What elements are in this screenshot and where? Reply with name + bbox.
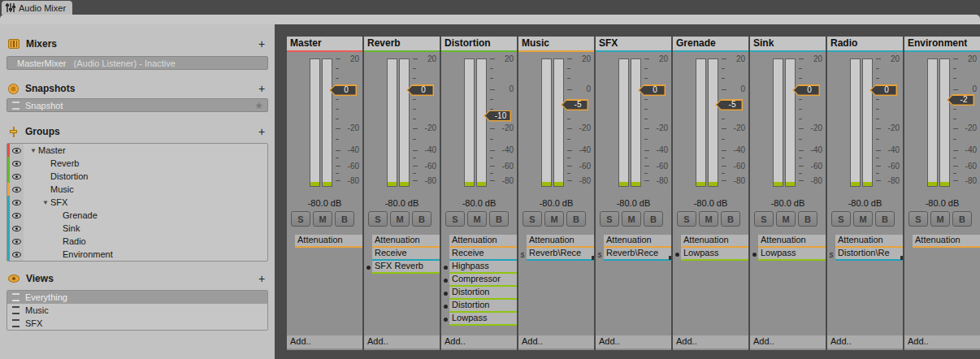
mute-button[interactable]: M: [853, 211, 873, 227]
group-row-sink[interactable]: Sink: [7, 222, 267, 235]
mute-button[interactable]: M: [622, 211, 641, 227]
effect-row-receive[interactable]: Receive: [441, 248, 517, 261]
effect-slot[interactable]: Attenuation: [449, 235, 517, 248]
visibility-cell[interactable]: [10, 222, 24, 235]
visibility-cell[interactable]: [10, 248, 24, 261]
mixer-row-mastermixer[interactable]: MasterMixer (Audio Listener) - Inactive: [7, 56, 268, 70]
add-effect-button[interactable]: Add..: [904, 335, 980, 348]
effect-slot[interactable]: Reverb\Rece: [527, 248, 594, 261]
tab-audio-mixer[interactable]: Audio Mixer: [2, 1, 72, 15]
solo-button[interactable]: S: [831, 211, 851, 227]
fader-handle[interactable]: -10: [483, 110, 511, 122]
effect-row-compressor[interactable]: Compressor: [441, 274, 517, 287]
group-row-master[interactable]: ▼Master: [7, 144, 267, 157]
effect-slot[interactable]: Attenuation: [527, 235, 594, 248]
solo-button[interactable]: S: [600, 211, 619, 227]
view-row-everything[interactable]: Everything: [7, 291, 267, 304]
effect-row-reverb-rece[interactable]: sReverb\Rece: [596, 248, 671, 261]
fader-handle[interactable]: -2: [947, 94, 974, 106]
star-icon[interactable]: ★: [254, 100, 263, 111]
bypass-button[interactable]: B: [489, 211, 509, 227]
solo-button[interactable]: S: [368, 211, 388, 227]
bypass-button[interactable]: B: [412, 211, 431, 227]
visibility-cell[interactable]: [10, 235, 24, 248]
effect-slot[interactable]: Receive: [372, 248, 440, 261]
snapshot-row[interactable]: Snapshot ★: [7, 98, 268, 112]
mute-button[interactable]: M: [467, 211, 487, 227]
effect-row-attenuation[interactable]: Attenuation: [673, 235, 748, 248]
solo-button[interactable]: S: [677, 211, 696, 227]
effect-row-attenuation[interactable]: Attenuation: [596, 235, 671, 248]
add-effect-button[interactable]: Add..: [596, 335, 671, 348]
add-effect-button[interactable]: Add..: [364, 335, 440, 348]
mute-button[interactable]: M: [699, 211, 718, 227]
effect-row-lowpass[interactable]: Lowpass: [750, 248, 826, 261]
effect-row-distortion[interactable]: Distortion: [441, 287, 517, 300]
group-row-distortion[interactable]: Distortion: [7, 170, 267, 183]
group-row-environment[interactable]: Environment: [7, 248, 267, 261]
bypass-button[interactable]: B: [566, 211, 586, 227]
effect-row-attenuation[interactable]: Attenuation: [441, 235, 517, 248]
bypass-button[interactable]: B: [335, 211, 354, 227]
add-group-button[interactable]: +: [257, 125, 267, 138]
add-effect-button[interactable]: Add..: [827, 335, 903, 348]
fader-handle[interactable]: 0: [406, 84, 434, 96]
effect-row-distortion[interactable]: Distortion: [441, 300, 517, 313]
fader-handle[interactable]: 0: [869, 84, 897, 96]
effect-slot[interactable]: Distortion: [449, 300, 517, 313]
bypass-button[interactable]: B: [875, 211, 895, 227]
effect-row-attenuation[interactable]: Attenuation: [904, 235, 980, 248]
effect-slot[interactable]: Attenuation: [295, 235, 362, 248]
add-effect-button[interactable]: Add..: [750, 335, 826, 348]
solo-button[interactable]: S: [523, 211, 542, 227]
effect-slot[interactable]: Attenuation: [681, 235, 748, 248]
chevron-down-icon[interactable]: ▼: [28, 147, 38, 154]
add-effect-button[interactable]: Add..: [673, 335, 748, 348]
add-view-button[interactable]: +: [257, 272, 267, 285]
view-row-sfx[interactable]: SFX: [7, 317, 267, 330]
effect-row-attenuation[interactable]: Attenuation: [518, 235, 594, 248]
bypass-button[interactable]: B: [952, 211, 972, 227]
view-row-music[interactable]: Music: [7, 304, 267, 317]
add-effect-button[interactable]: Add..: [441, 335, 517, 348]
add-effect-button[interactable]: Add..: [518, 335, 594, 348]
effect-slot[interactable]: Attenuation: [604, 235, 671, 248]
effect-row-lowpass[interactable]: Lowpass: [441, 313, 517, 326]
fader-handle[interactable]: -5: [561, 99, 588, 110]
visibility-cell[interactable]: [10, 144, 24, 157]
solo-button[interactable]: S: [908, 211, 928, 227]
effect-slot[interactable]: Highpass: [449, 261, 517, 274]
group-row-reverb[interactable]: Reverb: [7, 157, 267, 170]
effect-slot[interactable]: SFX Reverb: [372, 261, 440, 274]
effect-slot[interactable]: Attenuation: [835, 235, 903, 248]
fader-handle[interactable]: -5: [715, 99, 743, 110]
solo-button[interactable]: S: [445, 211, 465, 227]
mute-button[interactable]: M: [313, 211, 332, 227]
effect-slot[interactable]: Attenuation: [758, 235, 826, 248]
fader-handle[interactable]: 0: [792, 84, 820, 96]
mute-button[interactable]: M: [930, 211, 950, 227]
effect-row-lowpass[interactable]: Lowpass: [673, 248, 748, 261]
group-row-music[interactable]: Music: [7, 183, 267, 196]
mute-button[interactable]: M: [544, 211, 564, 227]
visibility-cell[interactable]: [10, 183, 24, 196]
effect-row-attenuation[interactable]: Attenuation: [827, 235, 903, 248]
bypass-button[interactable]: B: [721, 211, 740, 227]
effect-row-sfx-reverb[interactable]: SFX Reverb: [364, 261, 440, 274]
mute-button[interactable]: M: [776, 211, 796, 227]
effect-slot[interactable]: Attenuation: [913, 235, 980, 248]
group-row-grenade[interactable]: Grenade: [7, 209, 267, 222]
mute-button[interactable]: M: [390, 211, 410, 227]
effect-row-attenuation[interactable]: Attenuation: [750, 235, 826, 248]
effect-slot[interactable]: Distortion: [449, 287, 517, 300]
add-mixer-button[interactable]: +: [257, 37, 267, 50]
effect-slot[interactable]: Lowpass: [758, 248, 826, 261]
add-snapshot-button[interactable]: +: [257, 82, 267, 95]
effect-row-receive[interactable]: Receive: [364, 248, 440, 261]
effect-row-reverb-rece[interactable]: sReverb\Rece: [518, 248, 594, 261]
fader-handle[interactable]: 0: [638, 84, 666, 96]
bypass-button[interactable]: B: [798, 211, 817, 227]
effect-slot[interactable]: Lowpass: [681, 248, 748, 261]
visibility-cell[interactable]: [10, 209, 24, 222]
group-row-sfx[interactable]: ▼SFX: [7, 196, 267, 209]
